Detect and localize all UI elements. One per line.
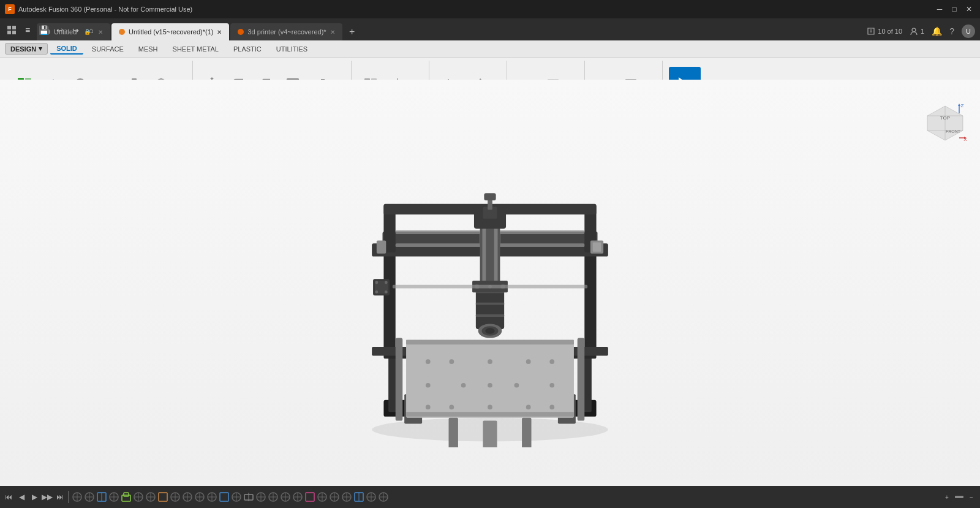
svg-rect-101 <box>449 417 458 447</box>
svg-rect-100 <box>578 338 585 420</box>
tab-utilities[interactable]: UTILITIES <box>270 44 314 54</box>
tab-3dprinter[interactable]: 3d printer (v4~recovered)* ✕ <box>230 23 342 40</box>
close-button[interactable]: ✕ <box>963 4 975 15</box>
svg-rect-69 <box>484 193 496 200</box>
svg-rect-113 <box>393 284 587 288</box>
design-mode-button[interactable]: DESIGN ▾ <box>5 43 48 55</box>
svg-rect-97 <box>406 339 574 344</box>
user-avatar[interactable]: U <box>962 25 975 38</box>
timeline-zoom-in[interactable]: + <box>941 491 953 503</box>
notification-icon[interactable]: 🔔 <box>932 26 942 36</box>
svg-point-94 <box>488 404 492 409</box>
svg-rect-138 <box>124 493 129 496</box>
svg-point-89 <box>488 382 492 387</box>
minimize-button[interactable]: ─ <box>933 4 946 15</box>
svg-rect-105 <box>593 242 601 251</box>
svg-text:Z: Z <box>961 103 964 108</box>
timeline-start[interactable]: ⏮ <box>2 491 15 503</box>
app-icon: F <box>5 4 15 14</box>
svg-rect-52 <box>383 246 395 355</box>
svg-point-83 <box>449 359 454 364</box>
svg-rect-2 <box>7 31 11 34</box>
svg-rect-106 <box>377 240 386 253</box>
viewcube[interactable]: TOP FRONT Z X <box>921 101 969 149</box>
tab-solid[interactable]: SOLID <box>50 44 83 55</box>
redo-icon[interactable]: ↪ <box>69 23 82 37</box>
tab-plastic[interactable]: PLASTIC <box>227 44 268 54</box>
title-bar-controls[interactable]: ─ □ ✕ <box>933 4 975 15</box>
svg-point-93 <box>449 404 454 409</box>
tab-close-1[interactable]: ✕ <box>217 29 222 36</box>
maximize-button[interactable]: □ <box>948 4 960 15</box>
design-row: DESIGN ▾ SOLID SURFACE MESH SHEET METAL … <box>0 40 980 58</box>
tab-bar: ≡ 💾 ↩ ↪ ⌂ Untitled 🔒 ✕ Untitled (v15~rec… <box>0 18 980 40</box>
svg-point-111 <box>375 290 378 293</box>
status-bar: ⏮ ◀ ▶ ▶▶ ⏭ <box>0 486 980 508</box>
svg-point-90 <box>514 382 519 387</box>
svg-point-4 <box>912 28 916 32</box>
timeline-zoom-out[interactable]: − <box>965 491 978 503</box>
svg-point-96 <box>549 404 554 409</box>
svg-point-82 <box>426 359 431 364</box>
tab-add-button[interactable]: + <box>344 23 361 40</box>
svg-point-84 <box>488 359 492 364</box>
tab-mesh[interactable]: MESH <box>132 44 164 54</box>
svg-point-87 <box>426 382 431 387</box>
tab-icon-2 <box>119 29 125 35</box>
svg-rect-99 <box>396 338 403 420</box>
tab-untitled-recovered[interactable]: Untitled (v15~recovered)*(1) ✕ <box>111 23 229 40</box>
home-icon[interactable]: ⌂ <box>85 23 98 37</box>
svg-rect-194 <box>955 496 963 498</box>
svg-point-109 <box>375 281 378 284</box>
svg-point-91 <box>549 382 554 387</box>
help-icon[interactable]: ? <box>949 26 954 36</box>
user-count: 1 <box>910 27 924 36</box>
cnc-machine-model <box>331 116 649 447</box>
svg-rect-98 <box>406 412 574 417</box>
tab-sheetmetal[interactable]: SHEET METAL <box>167 44 225 54</box>
svg-marker-123 <box>958 104 960 106</box>
tab-bar-right: 10 of 10 1 🔔 ? U <box>867 25 980 40</box>
svg-point-110 <box>385 281 388 284</box>
page-count: 10 of 10 <box>867 27 902 36</box>
svg-point-76 <box>485 328 494 334</box>
tab-close-2[interactable]: ✕ <box>330 29 335 36</box>
svg-point-112 <box>385 290 388 293</box>
timeline-next[interactable]: ▶▶ <box>41 491 53 503</box>
svg-point-88 <box>461 382 466 387</box>
svg-point-92 <box>426 404 431 409</box>
svg-rect-158 <box>220 493 228 501</box>
svg-rect-102 <box>522 417 531 447</box>
tab-label-2: Untitled (v15~recovered)*(1) <box>129 28 213 36</box>
svg-point-95 <box>526 404 531 409</box>
svg-rect-103 <box>483 420 497 447</box>
app-title: Autodesk Fusion 360 (Personal - Not for … <box>18 6 192 13</box>
save-icon[interactable]: 💾 <box>37 23 50 37</box>
file-icon[interactable]: ≡ <box>21 23 34 37</box>
timeline-end[interactable]: ⏭ <box>54 491 66 503</box>
svg-rect-53 <box>584 246 596 355</box>
model-container <box>0 80 980 483</box>
timeline-play[interactable]: ▶ <box>28 491 40 503</box>
undo-icon[interactable]: ↩ <box>53 23 66 37</box>
svg-marker-21 <box>210 77 214 79</box>
svg-rect-72 <box>476 302 504 305</box>
svg-rect-0 <box>7 26 11 29</box>
svg-point-86 <box>549 359 554 364</box>
tab-label-3: 3d printer (v4~recovered)* <box>247 28 326 36</box>
title-bar-left: F Autodesk Fusion 360 (Personal - Not fo… <box>5 4 192 14</box>
tab-icon-3 <box>238 29 244 35</box>
svg-rect-3 <box>12 31 16 34</box>
svg-rect-176 <box>306 493 314 501</box>
grid-icon[interactable] <box>5 23 18 37</box>
svg-rect-73 <box>476 314 504 317</box>
svg-point-85 <box>526 359 531 364</box>
timeline-prev[interactable]: ◀ <box>15 491 28 503</box>
svg-text:FRONT: FRONT <box>946 129 961 134</box>
title-bar: F Autodesk Fusion 360 (Personal - Not fo… <box>0 0 980 18</box>
svg-rect-1 <box>12 26 16 29</box>
tab-surface[interactable]: SURFACE <box>86 44 130 54</box>
svg-rect-145 <box>159 493 167 501</box>
